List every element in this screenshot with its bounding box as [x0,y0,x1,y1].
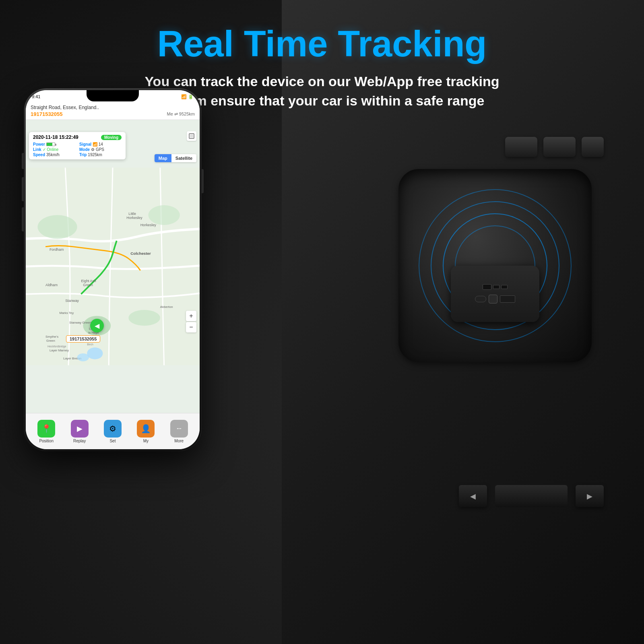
signal-value: 📶 14 [93,142,103,147]
more-icon[interactable]: ··· [170,420,188,438]
console-button-3 [582,137,604,157]
volume-down-button[interactable] [22,207,24,231]
link-row: Link ✓ Online [33,147,75,152]
map-device-label: 19171532055 [66,335,100,343]
zoom-out-button[interactable]: − [186,322,196,332]
svg-text:Abberton: Abberton [160,305,173,309]
speed-value: 35km/h [46,153,60,157]
phone-screen: 9:41 📶 🔋 Straight Road, Essex, England..… [26,90,200,449]
map-tabs[interactable]: Map Satellite [155,154,196,162]
map-tab-map[interactable]: Map [155,154,171,162]
tracking-info-popup: 2020-11-18 15:22:49 Moving Power Signal … [29,132,126,159]
popup-header: 2020-11-18 15:22:49 Moving [33,134,122,140]
device-id-header: 19171532055 [31,111,63,117]
link-label: Link [33,147,41,152]
trip-label: Trip [79,153,87,157]
nav-item-position[interactable]: 📍 Position [31,420,62,443]
mode-value: ⚙ GPS [91,147,104,152]
my-icon[interactable]: 👤 [137,420,155,438]
status-time: 9:41 [32,94,40,99]
svg-point-25 [87,347,103,359]
nav-item-more[interactable]: ··· More [164,420,194,443]
phone-mockup: 9:41 📶 🔋 Straight Road, Essex, England..… [24,89,201,451]
signal-label: Signal [79,142,91,147]
svg-point-1 [37,215,77,239]
nav-item-set[interactable]: ⚙ Set [97,420,128,443]
nav-item-replay[interactable]: ▶ Replay [64,420,95,443]
map-tab-satellite[interactable]: Satellite [171,154,196,162]
svg-point-2 [148,205,180,225]
svg-text:Marks Tey: Marks Tey [59,311,74,315]
svg-text:Little: Little [128,212,136,216]
svg-rect-28 [190,134,193,138]
map-header: Straight Road, Essex, England.. 19171532… [26,102,200,120]
set-icon[interactable]: ⚙ [104,420,122,438]
svg-text:Fordham: Fordham [50,248,64,252]
svg-text:Horkesley: Horkesley [126,216,142,220]
map-area[interactable]: Little Horkesley Horkesley Fordham Aldha… [26,120,200,413]
device-ports [475,295,515,303]
usb-c-port [475,296,486,302]
status-icons: 📶 🔋 [181,94,194,99]
svg-point-4 [128,310,160,326]
power-label: Power [33,142,45,147]
page-title: Real Time Tracking [32,24,612,64]
signal-row: Signal 📶 14 [79,142,122,147]
position-icon[interactable]: 📍 [37,420,55,438]
svg-text:Aldham: Aldham [45,283,58,287]
silent-switch[interactable] [22,153,24,169]
svg-text:Layer Marney: Layer Marney [50,349,69,352]
svg-text:Birch: Birch [87,343,93,346]
speed-row: Speed 35km/h [33,153,75,157]
zoom-controls[interactable]: + − [186,311,196,332]
phone-screen-area: 9:41 📶 🔋 Straight Road, Essex, England..… [26,90,200,449]
svg-text:Stanway Green: Stanway Green [69,321,91,324]
svg-text:Green: Green [46,339,55,343]
mode-row: Mode ⚙ GPS [79,147,122,152]
nav-back-button[interactable]: ◀ [459,485,487,507]
power-row: Power [33,142,75,147]
trip-value: 1925km [88,153,102,157]
svg-text:Green: Green [83,283,93,287]
tracking-datetime: 2020-11-18 15:22:49 [33,134,78,140]
zoom-in-button[interactable]: + [186,311,196,321]
device-map-marker[interactable]: ◀ [90,319,104,332]
link-value: ✓ Online [43,147,59,152]
mode-label: Mode [79,147,90,152]
usb-a-port [500,295,515,303]
bottom-navigation: 📍 Position ▶ Replay ⚙ Set [26,413,200,449]
map-svg: Little Horkesley Horkesley Fordham Aldha… [26,120,200,413]
nav-forward-button[interactable]: ▶ [576,485,604,507]
nav-item-my[interactable]: 👤 My [131,420,161,443]
position-label: Position [39,439,54,443]
svg-text:Eight Ash: Eight Ash [81,279,96,283]
device-button [489,295,497,303]
more-label: More [174,439,184,443]
speed-label: Speed [33,153,45,157]
svg-text:Heckfordbridge: Heckfordbridge [47,345,66,348]
battery-indicator [46,142,55,146]
trip-row: Trip 1925km [79,153,122,157]
fullscreen-button[interactable] [187,131,196,141]
power-button[interactable] [202,169,204,193]
nav-buttons-area: ◀ ▶ [459,485,604,507]
console-button-2 [543,137,576,157]
svg-text:Horkesley: Horkesley [140,223,157,227]
svg-text:Smythe's: Smythe's [45,335,58,339]
replay-icon[interactable]: ▶ [71,420,89,438]
set-label: Set [109,439,116,443]
my-label: My [143,439,149,443]
phone-notch [87,90,139,101]
svg-text:Colchester: Colchester [130,251,151,256]
volume-up-button[interactable] [22,177,24,201]
tracking-grid: Power Signal 📶 14 Link ✓ Online [33,142,122,157]
location-text: Straight Road, Essex, England.. [31,105,195,110]
replay-label: Replay [73,439,86,443]
console-button-1 [505,137,537,157]
phone-frame: 9:41 📶 🔋 Straight Road, Essex, England..… [24,89,201,451]
cup-holder-ring [398,169,592,362]
cup-holder [398,169,600,370]
gps-device [451,266,539,322]
status-badge: Moving [101,135,122,140]
distance-info: Me ⇌ 9525km [167,111,195,117]
